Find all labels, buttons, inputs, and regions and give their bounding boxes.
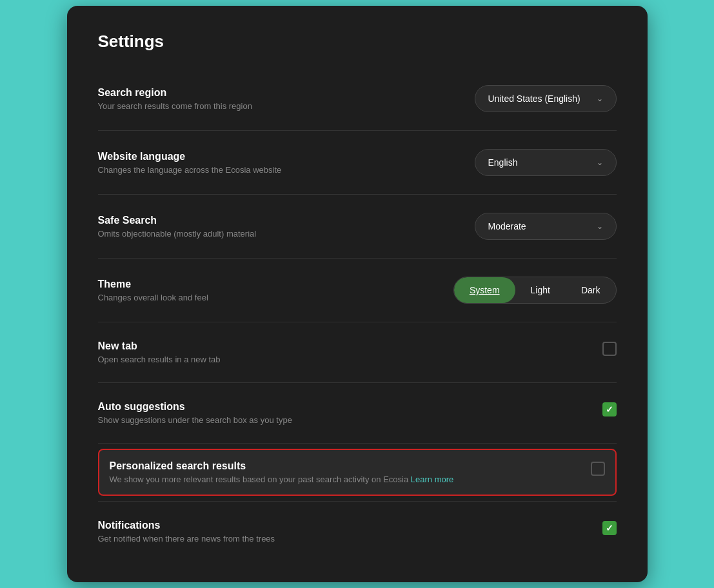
website-language-heading: Website language <box>98 151 449 162</box>
theme-dark-button[interactable]: Dark <box>566 277 616 303</box>
safe-search-label: Safe Search Omits objectionable (mostly … <box>98 215 449 239</box>
search-region-label: Search region Your search results come f… <box>98 87 449 111</box>
divider-6 <box>98 443 617 444</box>
auto-suggestions-heading: Auto suggestions <box>98 401 292 413</box>
theme-label: Theme Changes overall look and feel <box>98 279 428 302</box>
new-tab-control <box>602 342 617 356</box>
auto-suggestions-row: Auto suggestions Show suggestions under … <box>98 388 617 438</box>
auto-suggestions-control <box>602 402 617 416</box>
auto-suggestions-description: Show suggestions under the search box as… <box>98 415 292 425</box>
divider-3 <box>98 258 617 259</box>
theme-light-button[interactable]: Light <box>515 277 566 303</box>
new-tab-checkbox[interactable] <box>602 342 617 356</box>
safe-search-description: Omits objectionable (mostly adult) mater… <box>98 229 449 239</box>
notifications-control <box>602 521 617 535</box>
safe-search-heading: Safe Search <box>98 215 449 226</box>
personalized-search-control <box>591 462 605 476</box>
search-region-dropdown[interactable]: United States (English) ⌄ <box>475 85 617 112</box>
personalized-search-label: Personalized search results We show you … <box>110 460 454 484</box>
notifications-row: Notifications Get notified when there ar… <box>98 507 617 556</box>
divider-2 <box>98 194 617 195</box>
learn-more-link[interactable]: Learn more <box>411 475 453 484</box>
website-language-dropdown[interactable]: English ⌄ <box>475 149 617 176</box>
theme-row: Theme Changes overall look and feel Syst… <box>98 264 617 317</box>
divider-4 <box>98 322 617 322</box>
safe-search-row: Safe Search Omits objectionable (mostly … <box>98 200 617 253</box>
personalized-search-checkbox[interactable] <box>591 462 605 476</box>
chevron-down-icon: ⌄ <box>597 94 603 103</box>
auto-suggestions-checkbox[interactable] <box>602 402 617 416</box>
settings-panel: Settings Search region Your search resul… <box>67 6 648 582</box>
new-tab-description: Open search results in a new tab <box>98 355 221 364</box>
divider-5 <box>98 382 617 383</box>
safe-search-dropdown[interactable]: Moderate ⌄ <box>475 213 617 240</box>
theme-description: Changes overall look and feel <box>98 293 428 302</box>
theme-heading: Theme <box>98 279 428 290</box>
safe-search-control: Moderate ⌄ <box>475 213 617 240</box>
personalized-search-highlighted-row: Personalized search results We show you … <box>98 449 617 496</box>
personalized-search-heading: Personalized search results <box>110 460 454 472</box>
website-language-control: English ⌄ <box>475 149 617 176</box>
theme-system-button[interactable]: System <box>454 277 515 303</box>
search-region-description: Your search results come from this regio… <box>98 101 449 111</box>
divider-1 <box>98 130 617 131</box>
auto-suggestions-label: Auto suggestions Show suggestions under … <box>98 401 292 425</box>
search-region-value: United States (English) <box>488 93 580 104</box>
website-language-value: English <box>488 157 518 168</box>
chevron-down-icon: ⌄ <box>597 158 603 167</box>
personalized-search-inner: Personalized search results We show you … <box>110 460 605 484</box>
divider-7 <box>98 501 617 502</box>
new-tab-heading: New tab <box>98 340 221 352</box>
website-language-label: Website language Changes the language ac… <box>98 151 449 175</box>
notifications-label: Notifications Get notified when there ar… <box>98 520 275 544</box>
search-region-heading: Search region <box>98 87 449 99</box>
new-tab-row: New tab Open search results in a new tab <box>98 328 617 377</box>
search-region-control: United States (English) ⌄ <box>475 85 617 112</box>
search-region-row: Search region Your search results come f… <box>98 72 617 125</box>
safe-search-value: Moderate <box>488 221 526 231</box>
notifications-checkbox[interactable] <box>602 521 617 535</box>
theme-control: System Light Dark <box>453 277 617 304</box>
notifications-description: Get notified when there are news from th… <box>98 534 275 544</box>
website-language-row: Website language Changes the language ac… <box>98 136 617 189</box>
theme-toggle-group: System Light Dark <box>453 277 617 304</box>
chevron-down-icon: ⌄ <box>597 222 603 231</box>
personalized-search-description: We show you more relevant results based … <box>110 475 454 484</box>
new-tab-label: New tab Open search results in a new tab <box>98 340 221 364</box>
notifications-heading: Notifications <box>98 520 275 531</box>
settings-title: Settings <box>98 32 617 52</box>
website-language-description: Changes the language across the Ecosia w… <box>98 165 449 175</box>
